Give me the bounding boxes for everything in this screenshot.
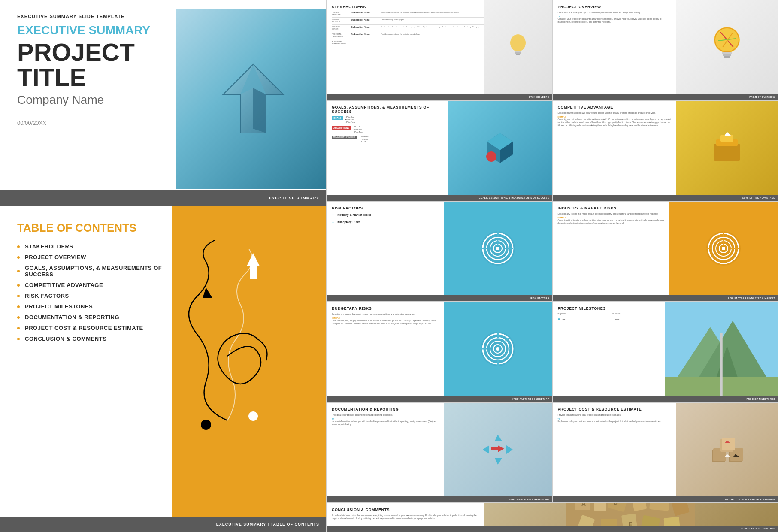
list-item: STAKEHOLDERS [17, 243, 163, 250]
documentation-desc: Provide a description of documentation a… [332, 414, 439, 417]
svg-point-43 [722, 247, 725, 250]
risk-item: + Budgetary Risks [332, 220, 439, 224]
documentation-tip: Include information on how you will stan… [332, 420, 439, 426]
industry-market-desc: Describe any factors that might impact t… [558, 212, 665, 215]
industry-market-title: INDUSTRY & MARKET RISKS [558, 206, 665, 210]
svg-rect-26 [720, 135, 733, 142]
toc-bullet [17, 284, 20, 287]
goal-tag-measurement: MEASUREMENT OF SUCCESS [332, 136, 357, 139]
right-panel: STAKEHOLDERS PROJECTMANAGER Stakeholder … [326, 0, 778, 532]
goals-footer: GOALS, ASSUMPTIONS, & MEASUREMENTS OF SU… [327, 195, 552, 201]
conclusion-desc: Provide a brief conclusion that summariz… [332, 514, 479, 520]
list-item: PROJECT MILESTONES [17, 303, 163, 310]
goals-image [448, 101, 551, 194]
svg-point-5 [249, 412, 257, 420]
competitive-advantage-desc: Describe how this project will allow you… [558, 112, 671, 115]
competitive-advantage-title: COMPETITIVE ADVANTAGE [558, 105, 671, 109]
list-item: COMPETITIVE ADVANTAGE [17, 282, 163, 288]
mini-slide-industry-market-risks: INDUSTRY & MARKET RISKS Describe any fac… [553, 202, 778, 301]
risk-factors-title: RISK FACTORS [332, 206, 439, 210]
mini-slide-documentation-reporting: DOCUMENTATION & REPORTING Provide a desc… [327, 403, 552, 502]
left-panel: EXECUTIVE SUMMARY SLIDE TEMPLATE EXECUTI… [0, 0, 326, 532]
svg-marker-66 [506, 445, 513, 454]
list-item: CONCLUSION & COMMENTS [17, 336, 163, 342]
toc-footer: EXECUTIVE SUMMARY | TABLE OF CONTENTS [0, 517, 326, 532]
competitive-advantage-inner: COMPETITIVE ADVANTAGE Describe how this … [553, 101, 676, 194]
goal-tag-goals: GOALS [332, 116, 343, 120]
date-text: 00/00/20XX [17, 120, 163, 126]
svg-rect-8 [515, 51, 521, 52]
slide-label: EXECUTIVE SUMMARY SLIDE TEMPLATE [17, 14, 163, 19]
list-item: GOALS, ASSUMPTIONS, & MEASUREMENTS OF SU… [17, 265, 163, 278]
arrow-image [176, 9, 326, 189]
svg-point-7 [510, 34, 526, 51]
conclusion-title: CONCLUSION & COMMENTS [332, 508, 479, 512]
project-overview-desc: Briefly describe what your report or bus… [558, 11, 671, 14]
industry-market-maze [669, 202, 778, 295]
project-cost-inner: PROJECT COST & RESOURCE ESTIMATE Provide… [553, 403, 676, 496]
svg-rect-19 [724, 56, 730, 58]
toc-right-image [172, 206, 326, 532]
main-container: EXECUTIVE SUMMARY SLIDE TEMPLATE EXECUTI… [0, 0, 778, 532]
risk-factors-inner: RISK FACTORS + Industry & Market Risks +… [327, 202, 444, 295]
exec-title: EXECUTIVE SUMMARY [17, 24, 163, 37]
industry-market-example: Current political tensions in the countr… [558, 219, 665, 225]
svg-rect-10 [516, 54, 520, 55]
mini-slide-conclusion: CONCLUSION & COMMENTS Provide a brief co… [327, 503, 778, 532]
mini-slide-goals: GOALS, ASSUMPTIONS, & MEASUREMENTS OF SU… [327, 101, 552, 200]
svg-marker-65 [483, 445, 489, 454]
svg-text:E: E [629, 521, 632, 526]
risk-plus-icon: + [332, 212, 334, 217]
conclusion-inner: CONCLUSION & COMMENTS Provide a brief co… [327, 503, 484, 526]
svg-text:A: A [581, 503, 586, 507]
budgetary-risks-example: Over the last year, supply chain disrupt… [332, 319, 439, 325]
geometric-icon [483, 131, 517, 165]
competitive-advantage-image [676, 101, 778, 194]
industry-market-footer: RISK FACTORS | Industry & Market [553, 295, 778, 301]
documentation-inner: DOCUMENTATION & REPORTING Provide a desc… [327, 403, 444, 496]
budgetary-risks-desc: Describe any factors that might render y… [332, 313, 439, 316]
project-cost-title: PROJECT COST & RESOURCE ESTIMATE [558, 407, 671, 411]
mini-slide-competitive-advantage: COMPETITIVE ADVANTAGE Describe how this … [553, 101, 778, 200]
toc-bullet [17, 270, 20, 272]
toc-heading: TABLE OF CONTENTS [17, 221, 163, 235]
mini-slide-project-milestones: PROJECT MILESTONES IN QUEUE PLANNED SCHE… [553, 302, 778, 402]
toc-bullet [17, 256, 20, 259]
stakeholders-image [484, 0, 551, 94]
project-milestones-inner: PROJECT MILESTONES IN QUEUE PLANNED SCHE… [553, 302, 778, 396]
goal-row: GOALS • Point One• Point Two• Point Thre… [332, 116, 443, 124]
conclusion-image: A B C D E [484, 503, 778, 526]
list-item: PROJECT OVERVIEW [17, 254, 163, 260]
svg-rect-9 [515, 52, 521, 54]
svg-marker-63 [495, 435, 502, 441]
exec-summary-footer: EXECUTIVE SUMMARY [0, 190, 326, 206]
cubes-icon [710, 432, 744, 467]
toc-bullet [17, 327, 20, 329]
svg-marker-67 [491, 445, 504, 452]
doodle-icon [172, 227, 296, 442]
toc-bullet [17, 316, 20, 319]
budgetary-risks-maze [444, 302, 552, 396]
budgetary-risks-title: BUDGETARY RISKS [332, 306, 439, 311]
list-item: PROJECT COST & RESOURCE ESTIMATE [17, 325, 163, 331]
svg-marker-3 [247, 253, 260, 279]
list-item: DOCUMENTATION & REPORTING [17, 314, 163, 320]
svg-point-6 [201, 420, 211, 430]
budgetary-risks-inner: BUDGETARY RISKS Describe any factors tha… [327, 302, 444, 396]
svg-text:D: D [605, 524, 609, 526]
toc-bullet [17, 245, 20, 248]
mini-slide-budgetary-risks: BUDGETARY RISKS Describe any factors tha… [327, 302, 552, 402]
svg-rect-24 [714, 144, 740, 161]
toc-bullet [17, 338, 20, 340]
mini-slide-stakeholders: STAKEHOLDERS PROJECTMANAGER Stakeholder … [327, 0, 552, 100]
goals-title: GOALS, ASSUMPTIONS, & MEASUREMENTS OF SU… [332, 105, 443, 114]
slide-table-of-contents: TABLE OF CONTENTS STAKEHOLDERS PROJECT O… [0, 206, 326, 532]
mini-slide-risk-factors: RISK FACTORS + Industry & Market Risks +… [327, 202, 552, 301]
milestones-image [665, 302, 778, 396]
svg-point-23 [486, 151, 496, 162]
project-cost-footer: PROJECT COST & RESOURCE ESTIMATE [553, 496, 778, 502]
svg-text:C: C [652, 503, 657, 504]
goal-tag-assumptions: ASSUMPTIONS [332, 126, 351, 130]
svg-rect-18 [723, 54, 731, 56]
puzzle-icon: A B C D E [566, 503, 695, 526]
